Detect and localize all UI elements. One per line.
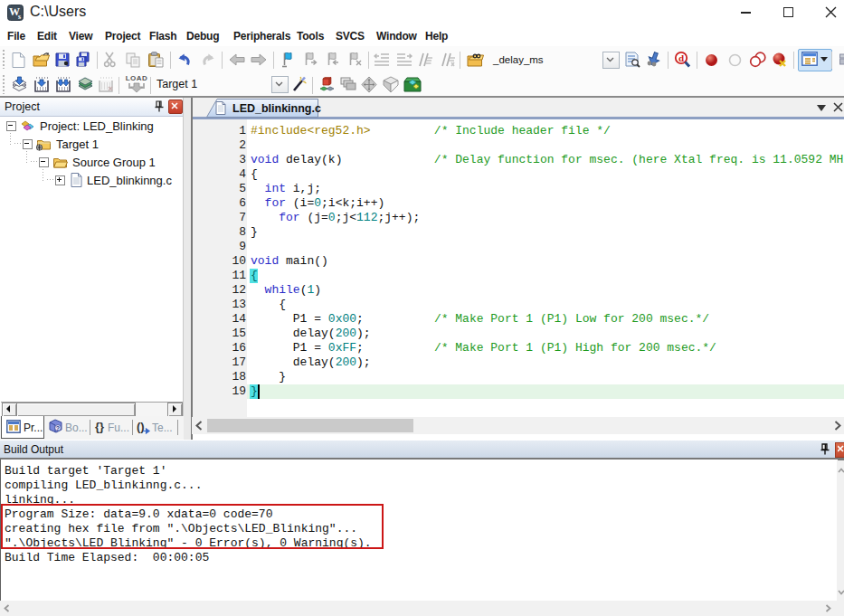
svg-text:d: d <box>678 52 684 63</box>
svg-text:s: s <box>18 13 21 21</box>
svg-text:?: ? <box>56 425 60 431</box>
